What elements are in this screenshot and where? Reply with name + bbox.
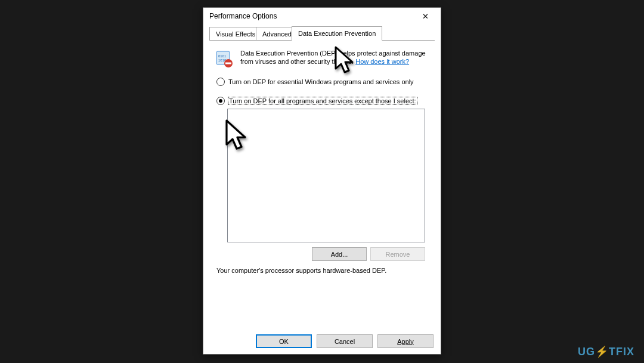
tab-label: Data Execution Prevention (298, 30, 376, 37)
titlebar[interactable]: Performance Options ✕ (203, 8, 441, 24)
radio-option-all-except[interactable]: Turn on DEP for all programs and service… (216, 97, 430, 105)
radio-label: Turn on DEP for essential Windows progra… (228, 78, 414, 85)
how-does-it-work-link[interactable]: How does it work? (355, 58, 409, 65)
tab-dep[interactable]: Data Execution Prevention (292, 26, 382, 41)
processor-status-text: Your computer's processor supports hardw… (216, 267, 428, 274)
remove-button: Remove (370, 247, 425, 261)
dialog-footer: OK Cancel Apply (256, 334, 434, 348)
ok-button[interactable]: OK (256, 334, 312, 348)
cancel-button[interactable]: Cancel (317, 334, 373, 348)
apply-button[interactable]: Apply (377, 334, 434, 348)
tab-visual-effects[interactable]: Visual Effects (209, 27, 262, 41)
description-text: Data Execution Prevention (DEP) helps pr… (240, 49, 430, 69)
radio-icon[interactable] (216, 78, 225, 86)
list-buttons: Add... Remove (214, 247, 425, 261)
svg-text:0101: 0101 (218, 54, 227, 58)
dep-shield-icon: 0101 1010 (214, 49, 234, 69)
svg-rect-4 (225, 63, 231, 64)
performance-options-dialog: Performance Options ✕ Visual Effects Adv… (203, 7, 441, 355)
button-label: OK (279, 338, 289, 345)
tab-label: Visual Effects (216, 30, 255, 38)
watermark: UG⚡TFIX (578, 345, 634, 358)
close-button[interactable]: ✕ (413, 9, 437, 23)
button-label: Cancel (335, 338, 355, 345)
add-button[interactable]: Add... (312, 247, 367, 261)
radio-icon[interactable] (216, 97, 225, 105)
button-label: Add... (331, 251, 348, 258)
tab-content: 0101 1010 Data Execution Prevention (DEP… (203, 41, 441, 280)
radio-label: Turn on DEP for all programs and service… (228, 97, 417, 104)
radio-option-essential[interactable]: Turn on DEP for essential Windows progra… (216, 78, 430, 86)
tab-strip: Visual Effects Advanced Data Execution P… (209, 27, 435, 41)
exception-list[interactable] (227, 109, 425, 242)
window-title: Performance Options (209, 12, 413, 20)
tab-label: Advanced (262, 30, 292, 38)
close-icon: ✕ (422, 12, 429, 21)
button-label: Apply (397, 338, 414, 345)
description-row: 0101 1010 Data Execution Prevention (DEP… (214, 49, 430, 69)
button-label: Remove (386, 251, 410, 258)
